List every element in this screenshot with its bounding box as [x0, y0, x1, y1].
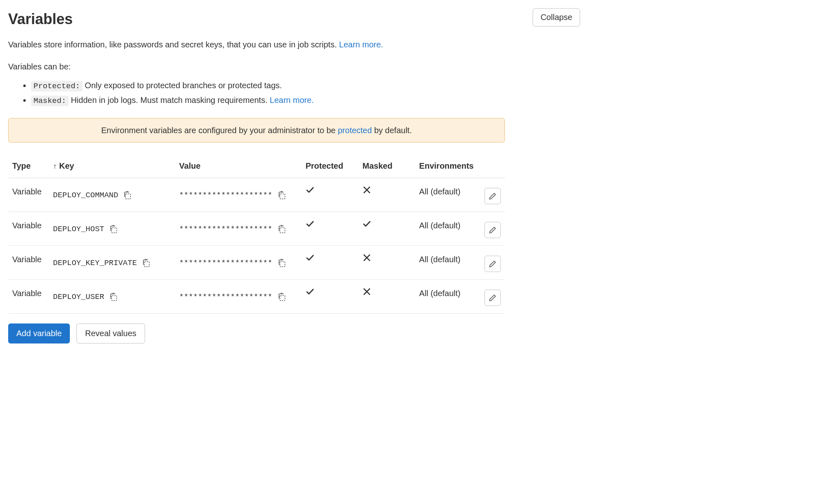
cell-type: Variable: [8, 280, 49, 314]
cell-environments: All (default): [415, 212, 480, 246]
cell-protected: [301, 280, 358, 314]
variable-key: DEPLOY_COMMAND: [53, 190, 118, 201]
variable-key: DEPLOY_KEY_PRIVATE: [53, 257, 137, 269]
protected-pill: Protected:: [31, 81, 83, 91]
alert-prefix: Environment variables are configured by …: [101, 126, 338, 135]
cell-value: ********************: [175, 178, 301, 212]
copy-key-icon[interactable]: [142, 259, 151, 268]
edit-variable-button[interactable]: [484, 188, 501, 204]
cell-value: ********************: [175, 280, 301, 314]
intro-text: Variables store information, like passwo…: [8, 38, 580, 51]
cell-masked: [358, 212, 415, 246]
list-item: Masked: Hidden in job logs. Must match m…: [31, 94, 580, 107]
cell-actions: [480, 178, 505, 212]
cell-type: Variable: [8, 178, 49, 212]
edit-variable-button[interactable]: [484, 290, 501, 306]
col-header-protected[interactable]: Protected: [301, 154, 358, 178]
cell-protected: [301, 246, 358, 280]
close-icon: [362, 287, 371, 296]
cell-masked: [358, 178, 415, 212]
learn-more-link[interactable]: Learn more.: [339, 40, 383, 49]
copy-value-icon[interactable]: [277, 191, 286, 200]
masked-learn-more-link[interactable]: Learn more.: [270, 96, 314, 105]
col-header-value[interactable]: Value: [175, 154, 301, 178]
check-icon: [306, 185, 315, 194]
cell-key: DEPLOY_USER: [49, 280, 175, 314]
cell-type: Variable: [8, 212, 49, 246]
edit-variable-button[interactable]: [484, 222, 501, 238]
collapse-button[interactable]: Collapse: [533, 8, 580, 27]
pencil-icon: [489, 192, 497, 200]
pencil-icon: [489, 294, 497, 302]
check-icon: [306, 287, 315, 296]
col-header-key[interactable]: ↑Key: [49, 154, 175, 178]
variable-value-masked: ********************: [179, 223, 272, 235]
copy-value-icon[interactable]: [277, 292, 286, 301]
cell-actions: [480, 280, 505, 314]
variable-key: DEPLOY_HOST: [53, 223, 104, 235]
check-icon: [362, 219, 371, 228]
col-header-key-label: Key: [59, 161, 74, 170]
variable-value-masked: ********************: [179, 291, 272, 303]
cell-masked: [358, 246, 415, 280]
cell-environments: All (default): [415, 246, 480, 280]
reveal-values-button[interactable]: Reveal values: [76, 323, 145, 343]
copy-value-icon[interactable]: [277, 259, 286, 268]
pencil-icon: [489, 260, 497, 268]
table-row: VariableDEPLOY_HOST********************A…: [8, 212, 505, 246]
copy-value-icon[interactable]: [277, 225, 286, 234]
cell-protected: [301, 178, 358, 212]
sub-intro-text: Variables can be:: [8, 60, 580, 73]
cell-actions: [480, 246, 505, 280]
variable-value-masked: ********************: [179, 257, 272, 269]
cell-key: DEPLOY_HOST: [49, 212, 175, 246]
cell-actions: [480, 212, 505, 246]
edit-variable-button[interactable]: [484, 256, 501, 272]
variable-key: DEPLOY_USER: [53, 291, 104, 303]
alert-protected-link[interactable]: protected: [338, 126, 372, 135]
col-header-type[interactable]: Type: [8, 154, 49, 178]
variable-attribute-list: Protected: Only exposed to protected bra…: [8, 79, 580, 107]
cell-environments: All (default): [415, 178, 480, 212]
list-item: Protected: Only exposed to protected bra…: [31, 79, 580, 92]
table-row: VariableDEPLOY_KEY_PRIVATE**************…: [8, 246, 505, 280]
check-icon: [306, 219, 315, 228]
intro-text-body: Variables store information, like passwo…: [8, 40, 339, 49]
alert-suffix: by default.: [372, 126, 412, 135]
table-row: VariableDEPLOY_USER********************A…: [8, 280, 505, 314]
cell-key: DEPLOY_COMMAND: [49, 178, 175, 212]
cell-type: Variable: [8, 246, 49, 280]
page-title: Variables: [8, 8, 73, 30]
pencil-icon: [489, 226, 497, 234]
add-variable-button[interactable]: Add variable: [8, 323, 70, 343]
copy-key-icon[interactable]: [123, 191, 132, 200]
protected-desc: Only exposed to protected branches or pr…: [83, 81, 282, 90]
close-icon: [362, 185, 371, 194]
variable-value-masked: ********************: [179, 190, 272, 201]
sort-asc-icon: ↑: [53, 161, 57, 172]
table-row: VariableDEPLOY_COMMAND******************…: [8, 178, 505, 212]
copy-key-icon[interactable]: [109, 225, 118, 234]
close-icon: [362, 253, 371, 262]
admin-default-alert: Environment variables are configured by …: [8, 118, 505, 143]
variables-table: Type ↑Key Value Protected Masked Environ…: [8, 154, 505, 314]
col-header-environments[interactable]: Environments: [415, 154, 480, 178]
cell-protected: [301, 212, 358, 246]
masked-desc: Hidden in job logs. Must match masking r…: [69, 96, 270, 105]
cell-key: DEPLOY_KEY_PRIVATE: [49, 246, 175, 280]
masked-pill: Masked:: [31, 96, 69, 106]
cell-environments: All (default): [415, 280, 480, 314]
check-icon: [306, 253, 315, 262]
copy-key-icon[interactable]: [109, 292, 118, 301]
cell-masked: [358, 280, 415, 314]
cell-value: ********************: [175, 212, 301, 246]
col-header-masked[interactable]: Masked: [358, 154, 415, 178]
cell-value: ********************: [175, 246, 301, 280]
